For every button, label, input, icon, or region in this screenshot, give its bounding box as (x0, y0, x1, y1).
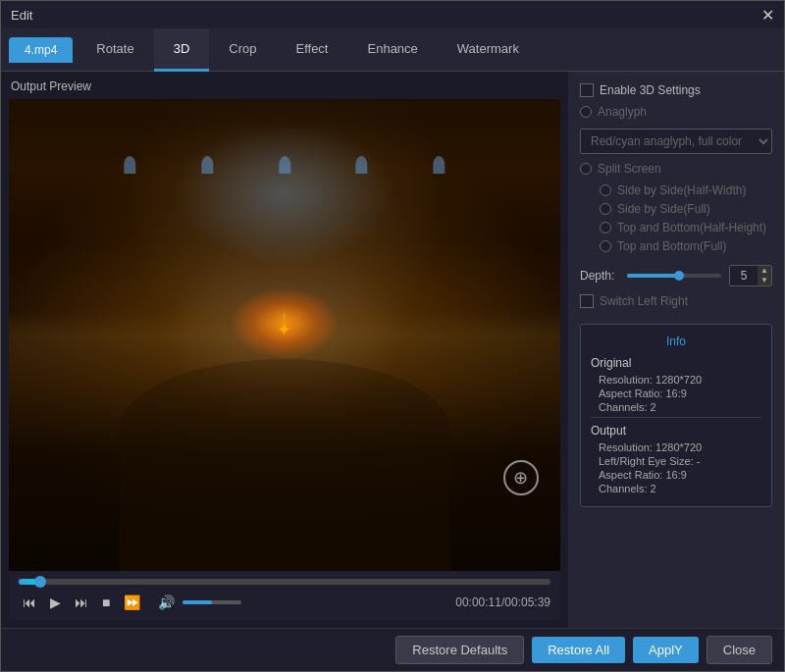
skip-back-button[interactable]: ⏮ (19, 593, 40, 612)
next-frame-button[interactable]: ⏩ (120, 593, 144, 612)
dome-glow (175, 123, 395, 264)
original-label: Original (591, 356, 761, 370)
anaglyph-row: Anaglyph (580, 105, 772, 119)
apply-button[interactable]: ApplY (633, 637, 699, 663)
depth-up-button[interactable]: ▲ (758, 266, 771, 276)
tab-enhance[interactable]: Enhance (348, 28, 438, 72)
anaglyph-radio[interactable] (580, 106, 592, 118)
win-light-5 (433, 156, 445, 174)
file-tab[interactable]: 4.mp4 (9, 37, 73, 63)
volume-area: 🔊 (154, 593, 241, 612)
switch-lr-checkbox[interactable] (580, 294, 594, 308)
play-button[interactable]: ▶ (46, 593, 65, 612)
sub-options: Side by Side(Half-Width) Side by Side(Fu… (580, 183, 772, 253)
tab-rotate[interactable]: Rotate (77, 28, 153, 72)
tb-full-label: Top and Bottom(Full) (617, 239, 726, 253)
gold-glow (230, 287, 340, 358)
depth-fill (627, 274, 679, 278)
preview-label: Output Preview (9, 79, 560, 93)
depth-handle[interactable] (674, 271, 684, 281)
main-content: Output Preview ⊕ (1, 72, 784, 628)
depth-label: Depth: (580, 269, 619, 283)
output-channels: Channels: 2 (599, 483, 761, 494)
split-screen-radio[interactable] (580, 163, 592, 175)
window-title: Edit (11, 8, 32, 23)
output-resolution: Resolution: 1280*720 (599, 441, 761, 453)
output-aspect: Aspect Ratio: 16:9 (599, 469, 761, 481)
tab-3d[interactable]: 3D (154, 28, 210, 72)
edit-window: Edit ✕ 4.mp4 Rotate 3D Crop Effect Enhan… (0, 0, 785, 672)
switch-lr-label: Switch Left Right (600, 294, 688, 308)
info-title: Info (591, 335, 761, 348)
arch-shape (119, 359, 449, 571)
sbs-full-radio[interactable] (600, 203, 611, 215)
output-lr-size: Left/Right Eye Size: - (599, 455, 761, 467)
tab-bar: 4.mp4 Rotate 3D Crop Effect Enhance Wate… (1, 28, 784, 72)
progress-handle[interactable] (34, 576, 46, 588)
video-frame: ⊕ (9, 99, 560, 571)
preview-area: Output Preview ⊕ (1, 72, 568, 628)
original-channels: Channels: 2 (599, 401, 761, 413)
win-light-3 (279, 156, 290, 174)
enable-3d-row: Enable 3D Settings (580, 83, 772, 97)
depth-down-button[interactable]: ▼ (758, 276, 771, 285)
depth-slider[interactable] (627, 274, 721, 278)
depth-row: Depth: 5 ▲ ▼ (580, 265, 772, 286)
sbs-full-label: Side by Side(Full) (617, 202, 710, 216)
volume-bar[interactable] (183, 600, 241, 604)
info-box: Info Original Resolution: 1280*720 Aspec… (580, 324, 772, 507)
volume-fill (183, 600, 212, 604)
split-screen-label: Split Screen (598, 162, 661, 176)
depth-number: 5 (730, 267, 758, 284)
anaglyph-label: Anaglyph (598, 105, 647, 119)
tab-crop[interactable]: Crop (209, 28, 276, 72)
win-light-2 (201, 156, 213, 174)
stop-button[interactable]: ■ (98, 593, 114, 612)
compass-icon: ⊕ (503, 460, 539, 495)
depth-arrows: ▲ ▼ (758, 266, 771, 285)
switch-lr-row: Switch Left Right (580, 294, 772, 308)
sbs-full-row: Side by Side(Full) (600, 202, 772, 216)
progress-bar[interactable] (19, 579, 550, 585)
split-screen-row: Split Screen (580, 162, 772, 176)
title-bar: Edit ✕ (1, 1, 784, 28)
depth-value: 5 ▲ ▼ (729, 265, 772, 286)
restore-defaults-button[interactable]: Restore Defaults (395, 636, 524, 664)
time-display: 00:00:11/00:05:39 (455, 595, 550, 609)
tb-half-radio[interactable] (600, 222, 611, 233)
tab-watermark[interactable]: Watermark (438, 28, 539, 72)
tb-half-label: Top and Bottom(Half-Height) (617, 221, 766, 234)
controls-row: ⏮ ▶ ⏭ ■ ⏩ 🔊 00:00:11/00:05:39 (19, 593, 550, 612)
original-aspect: Aspect Ratio: 16:9 (599, 388, 761, 399)
tb-half-row: Top and Bottom(Half-Height) (600, 221, 772, 234)
playback-controls: ⏮ ▶ ⏭ ■ ⏩ 🔊 00:00:11/00:05:39 (9, 571, 560, 620)
sbs-half-row: Side by Side(Half-Width) (600, 183, 772, 197)
video-preview: ⊕ (9, 99, 560, 571)
tb-full-row: Top and Bottom(Full) (600, 239, 772, 253)
skip-forward-button[interactable]: ⏭ (71, 593, 92, 612)
anaglyph-dropdown[interactable]: Red/cyan anaglyph, full color (580, 129, 772, 154)
tab-effect[interactable]: Effect (276, 28, 347, 72)
volume-icon[interactable]: 🔊 (154, 593, 179, 612)
sbs-half-radio[interactable] (600, 184, 611, 196)
close-button[interactable]: Close (706, 636, 772, 664)
win-light-4 (356, 156, 368, 174)
window-close-button[interactable]: ✕ (761, 6, 774, 25)
tb-full-radio[interactable] (600, 240, 611, 252)
chandelier (270, 313, 299, 333)
original-resolution: Resolution: 1280*720 (599, 374, 761, 386)
restore-all-button[interactable]: Restore All (532, 637, 625, 663)
window-lights (91, 156, 477, 174)
win-light-1 (125, 156, 136, 174)
bottom-bar: Restore Defaults Restore All ApplY Close (1, 628, 784, 671)
enable-3d-checkbox[interactable] (580, 83, 594, 97)
settings-panel: Enable 3D Settings Anaglyph Red/cyan ana… (568, 72, 784, 628)
info-divider (591, 417, 761, 418)
enable-3d-label: Enable 3D Settings (600, 83, 701, 97)
sbs-half-label: Side by Side(Half-Width) (617, 183, 746, 197)
output-label: Output (591, 424, 761, 438)
